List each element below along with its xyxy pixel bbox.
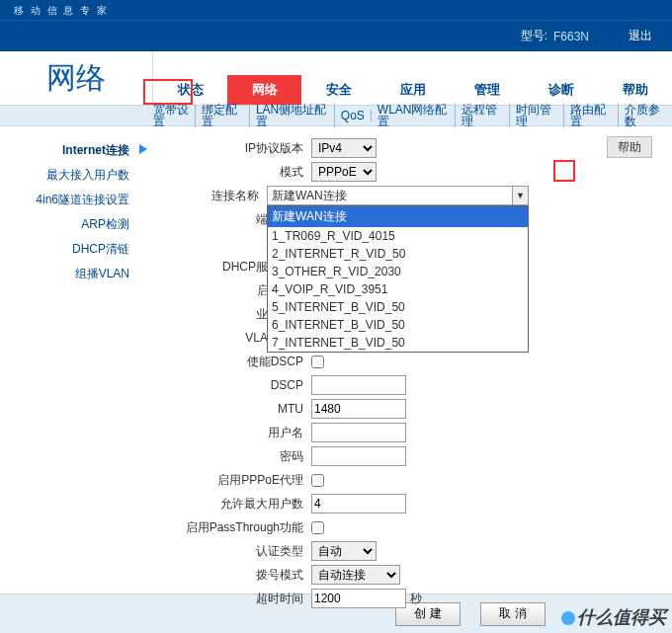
label-pass: 密码 (173, 448, 311, 465)
model-bar: 型号: F663N 退出 (0, 20, 672, 51)
label-dial: 拨号模式 (173, 567, 311, 584)
subnav-6[interactable]: 时间管理 (510, 104, 564, 127)
label-max-users: 允许最大用户数 (173, 496, 311, 513)
wan-form: IP协议版本 IPv4 模式 PPPoE 连接名称 新建WAN连接 ▼ 新建WA… (173, 136, 529, 610)
checkbox-dscp-enable[interactable] (311, 356, 324, 368)
label-timeout: 超时时间 (173, 591, 311, 607)
side-item-5[interactable]: 组播VLAN (0, 262, 153, 286)
conn-option-3[interactable]: 3_OTHER_R_VID_2030 (268, 263, 528, 280)
conn-name-dropdown[interactable]: 新建WAN连接 ▼ 新建WAN连接1_TR069_R_VID_40152_INT… (267, 186, 529, 205)
tab-诊断[interactable]: 诊断 (524, 75, 598, 105)
input-mtu[interactable] (311, 399, 406, 419)
label-dscp: DSCP (173, 378, 311, 392)
conn-name-options[interactable]: 新建WAN连接1_TR069_R_VID_40152_INTERNET_R_VI… (267, 205, 529, 353)
label-dscp-en: 使能DSCP (173, 354, 311, 370)
conn-option-7[interactable]: 7_INTERNET_B_VID_50 (268, 334, 528, 352)
model-label: 型号: (521, 28, 547, 44)
side-item-4[interactable]: DHCP清链 (0, 237, 153, 262)
conn-name-selected[interactable]: 新建WAN连接 ▼ (267, 186, 529, 205)
input-dscp[interactable] (311, 375, 406, 395)
label-ip-proto: IP协议版本 (173, 140, 311, 157)
help-button[interactable]: 帮助 (607, 136, 652, 158)
subnav-3[interactable]: QoS (335, 110, 372, 121)
logout-link[interactable]: 退出 (629, 28, 652, 44)
subnav-7[interactable]: 路由配置 (564, 104, 619, 127)
input-password[interactable] (311, 446, 406, 466)
label-pppoe-proxy: 启用PPPoE代理 (173, 472, 311, 489)
select-dial[interactable]: 自动连接 (311, 565, 400, 585)
conn-name-text: 新建WAN连接 (272, 188, 347, 204)
select-ip-proto[interactable]: IPv4 (311, 138, 377, 158)
timeout-unit: 秒 (410, 591, 422, 607)
tab-状态[interactable]: 状态 (153, 75, 227, 105)
input-username[interactable] (311, 423, 406, 442)
side-item-0[interactable]: Internet连接 (0, 138, 153, 163)
brand-subtitle: 移 动 信 息 专 家 (14, 4, 109, 18)
conn-option-1[interactable]: 1_TR069_R_VID_4015 (268, 227, 528, 245)
label-passthrough: 启用PassThrough功能 (173, 519, 311, 536)
conn-option-2[interactable]: 2_INTERNET_R_VID_50 (268, 245, 528, 263)
subnav-0[interactable]: 宽带设置 (153, 104, 196, 127)
side-item-1[interactable]: 最大接入用户数 (0, 163, 153, 188)
conn-option-0[interactable]: 新建WAN连接 (268, 206, 528, 227)
page-title: 网络 (0, 51, 153, 105)
label-conn-name: 连接名称 (173, 188, 267, 204)
checkbox-passthrough[interactable] (311, 521, 324, 534)
subnav-1[interactable]: 绑定配置 (196, 104, 250, 127)
input-max-users[interactable] (311, 494, 406, 514)
main-panel: 帮助 IP协议版本 IPv4 模式 PPPoE 连接名称 新建WAN连接 ▼ 新… (153, 126, 672, 593)
select-mode[interactable]: PPPoE (311, 162, 377, 182)
label-user: 用户名 (173, 425, 311, 441)
model-value: F663N (553, 30, 589, 43)
sidebar: Internet连接最大接入用户数4in6隧道连接设置ARP检测DHCP清链组播… (0, 126, 153, 593)
tab-管理[interactable]: 管理 (450, 75, 524, 105)
checkbox-pppoe-proxy[interactable] (311, 474, 324, 487)
label-mode: 模式 (173, 164, 311, 181)
chevron-down-icon: ▼ (512, 187, 528, 204)
conn-option-6[interactable]: 6_INTERNET_B_VID_50 (268, 316, 528, 334)
select-auth[interactable]: 自动 (311, 541, 377, 561)
subnav-2[interactable]: LAN侧地址配置 (250, 104, 335, 127)
primary-tabs: 状态网络安全应用管理诊断帮助 (153, 51, 672, 105)
side-item-2[interactable]: 4in6隧道连接设置 (0, 188, 153, 212)
nav-row: 网络 状态网络安全应用管理诊断帮助 (0, 51, 672, 105)
conn-option-4[interactable]: 4_VOIP_R_VID_3951 (268, 280, 528, 298)
tab-网络[interactable]: 网络 (227, 75, 301, 105)
conn-option-5[interactable]: 5_INTERNET_B_VID_50 (268, 298, 528, 316)
sub-nav: 宽带设置绑定配置LAN侧地址配置QoSWLAN网络配置远程管理时间管理路由配置介… (0, 105, 672, 126)
brand-strip: 移 动 信 息 专 家 (0, 0, 672, 20)
input-timeout[interactable] (311, 589, 406, 608)
subnav-4[interactable]: WLAN网络配置 (372, 104, 456, 127)
tab-应用[interactable]: 应用 (376, 75, 450, 105)
subnav-5[interactable]: 远程管理 (456, 104, 510, 127)
subnav-8[interactable]: 介质参数 (619, 104, 672, 127)
side-item-3[interactable]: ARP检测 (0, 212, 153, 237)
label-mtu: MTU (173, 402, 311, 416)
tab-安全[interactable]: 安全 (301, 75, 376, 105)
label-auth: 认证类型 (173, 543, 311, 560)
tab-帮助[interactable]: 帮助 (598, 75, 672, 105)
